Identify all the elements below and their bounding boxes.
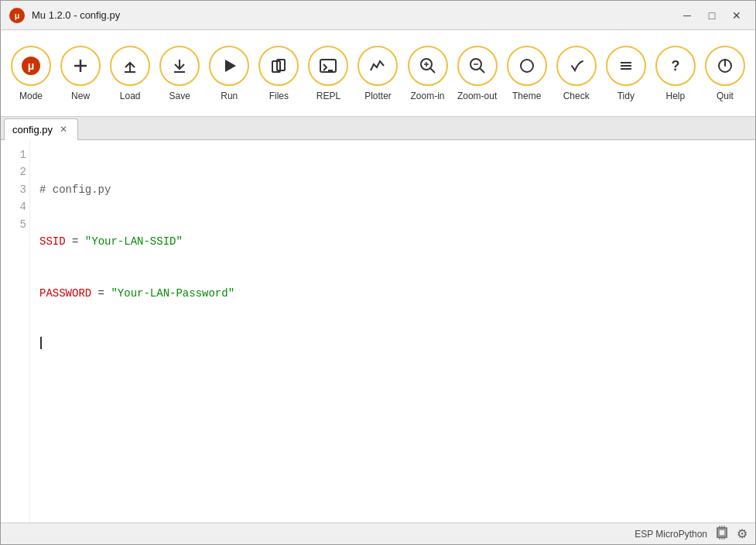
code-comment: # config.py bbox=[39, 183, 111, 196]
toolbar-btn-new[interactable]: New bbox=[56, 35, 104, 112]
quit-label: Quit bbox=[717, 91, 734, 101]
code-line-2: SSID = "Your-LAN-SSID" bbox=[39, 233, 746, 250]
svg-marker-10 bbox=[225, 60, 236, 72]
code-line-3: PASSWORD = "Your-LAN-Password" bbox=[39, 285, 746, 302]
maximize-button[interactable]: □ bbox=[701, 7, 723, 24]
svg-text:μ: μ bbox=[15, 11, 20, 20]
zoom-in-label: Zoom-in bbox=[411, 91, 445, 101]
code-var: SSID bbox=[39, 235, 66, 248]
title-text: Mu 1.2.0 - config.py bbox=[32, 9, 120, 21]
tidy-label: Tidy bbox=[617, 91, 635, 101]
load-icon bbox=[110, 46, 150, 86]
line-number: 4 bbox=[9, 198, 26, 215]
status-bar: ESP MicroPython ⚙ bbox=[1, 523, 755, 544]
toolbar-btn-check[interactable]: Check bbox=[552, 35, 600, 112]
toolbar: μModeNewLoadSaveRunFilesREPLPlotterZoom-… bbox=[1, 30, 755, 117]
save-label: Save bbox=[169, 91, 190, 101]
code-string: "Your-LAN-SSID" bbox=[85, 235, 183, 248]
zoom-in-icon bbox=[408, 46, 448, 86]
tab-config-py[interactable]: config.py ✕ bbox=[4, 118, 78, 140]
toolbar-btn-zoom-out[interactable]: Zoom-out bbox=[453, 35, 501, 112]
svg-line-16 bbox=[430, 68, 435, 73]
save-icon bbox=[159, 46, 200, 86]
help-label: Help bbox=[666, 91, 686, 101]
mode-label: Mode bbox=[19, 91, 43, 101]
svg-text:?: ? bbox=[671, 58, 679, 74]
chip-icon[interactable] bbox=[715, 526, 729, 543]
help-icon: ? bbox=[655, 46, 696, 86]
line-number: 5 bbox=[9, 216, 26, 233]
quit-icon bbox=[705, 46, 745, 86]
line-numbers: 1 2 3 4 5 bbox=[1, 140, 30, 523]
title-controls: ─ □ ✕ bbox=[676, 7, 747, 24]
code-var: PASSWORD bbox=[39, 287, 91, 300]
toolbar-btn-theme[interactable]: Theme bbox=[503, 35, 551, 112]
mode-icon: μ bbox=[11, 46, 51, 86]
line-number: 3 bbox=[9, 181, 26, 198]
plotter-icon bbox=[357, 46, 398, 86]
settings-icon[interactable]: ⚙ bbox=[737, 526, 747, 541]
code-line-1: # config.py bbox=[39, 181, 746, 198]
app-logo: μ bbox=[9, 7, 26, 24]
text-cursor bbox=[40, 337, 42, 349]
code-op: = bbox=[91, 287, 111, 300]
files-icon bbox=[258, 46, 299, 86]
line-number: 2 bbox=[9, 163, 26, 180]
toolbar-btn-help[interactable]: ?Help bbox=[652, 35, 700, 112]
tab-close-button[interactable]: ✕ bbox=[57, 124, 70, 135]
toolbar-btn-mode[interactable]: μMode bbox=[7, 35, 55, 112]
code-line-4 bbox=[39, 337, 746, 349]
toolbar-btn-zoom-in[interactable]: Zoom-in bbox=[404, 35, 452, 112]
run-icon bbox=[209, 46, 249, 86]
plotter-label: Plotter bbox=[364, 91, 392, 101]
toolbar-btn-plotter[interactable]: Plotter bbox=[354, 35, 402, 112]
toolbar-btn-repl[interactable]: REPL bbox=[304, 35, 352, 112]
svg-point-22 bbox=[521, 60, 533, 72]
toolbar-btn-tidy[interactable]: Tidy bbox=[602, 35, 650, 112]
svg-rect-30 bbox=[719, 530, 725, 536]
check-label: Check bbox=[563, 91, 590, 101]
code-string: "Your-LAN-Password" bbox=[111, 287, 234, 300]
svg-text:μ: μ bbox=[28, 60, 35, 72]
editor-area: 1 2 3 4 5 # config.py SSID = "Your-LAN-S… bbox=[1, 140, 755, 523]
repl-icon bbox=[308, 46, 348, 86]
title-left: μ Mu 1.2.0 - config.py bbox=[9, 7, 120, 24]
toolbar-btn-save[interactable]: Save bbox=[156, 35, 204, 112]
zoom-out-icon bbox=[457, 46, 498, 86]
repl-label: REPL bbox=[316, 91, 340, 101]
check-icon bbox=[556, 46, 597, 86]
toolbar-btn-files[interactable]: Files bbox=[255, 35, 303, 112]
files-label: Files bbox=[269, 91, 289, 101]
new-icon bbox=[60, 46, 101, 86]
svg-line-20 bbox=[480, 68, 484, 73]
close-button[interactable]: ✕ bbox=[726, 7, 747, 24]
toolbar-btn-load[interactable]: Load bbox=[106, 35, 154, 112]
toolbar-btn-run[interactable]: Run bbox=[205, 35, 253, 112]
tab-label: config.py bbox=[12, 124, 53, 135]
load-label: Load bbox=[120, 91, 141, 101]
runtime-label: ESP MicroPython bbox=[635, 529, 707, 540]
toolbar-btn-quit[interactable]: Quit bbox=[701, 35, 749, 112]
zoom-out-label: Zoom-out bbox=[457, 91, 497, 101]
line-number: 1 bbox=[9, 146, 26, 163]
tab-bar: config.py ✕ bbox=[1, 117, 755, 140]
theme-label: Theme bbox=[512, 91, 541, 101]
theme-icon bbox=[507, 46, 547, 86]
run-label: Run bbox=[221, 91, 238, 101]
code-editor[interactable]: # config.py SSID = "Your-LAN-SSID" PASSW… bbox=[30, 140, 755, 523]
minimize-button[interactable]: ─ bbox=[676, 7, 698, 24]
new-label: New bbox=[71, 91, 90, 101]
title-bar: μ Mu 1.2.0 - config.py ─ □ ✕ bbox=[1, 1, 755, 30]
code-op: = bbox=[66, 235, 85, 248]
tidy-icon bbox=[606, 46, 646, 86]
